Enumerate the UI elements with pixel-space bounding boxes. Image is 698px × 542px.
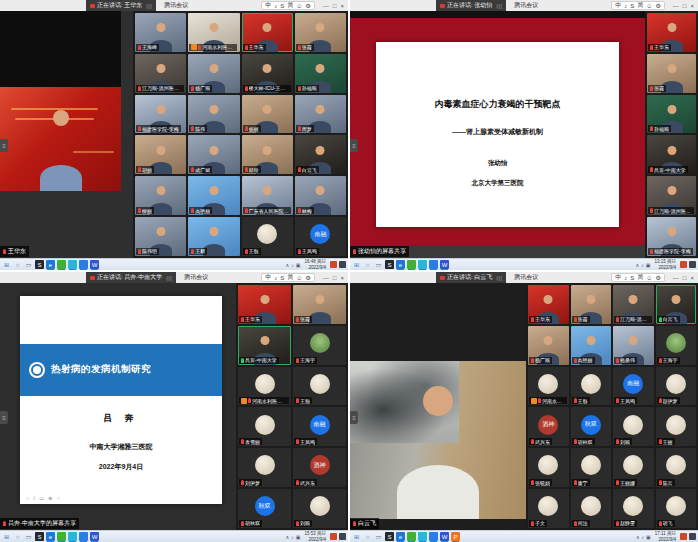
ime-music-icon[interactable]: ♪ xyxy=(274,3,277,9)
app-icon[interactable]: S xyxy=(35,532,44,541)
participant-tile[interactable]: 王海宇 xyxy=(656,326,697,365)
speaking-tab[interactable]: 正在讲话: 吕奔-中南大学((( xyxy=(86,272,176,283)
tray-icon[interactable]: ∧ xyxy=(286,262,290,268)
browser-icon[interactable]: e xyxy=(396,260,405,269)
minimize-button[interactable]: — xyxy=(323,3,329,9)
participant-tile[interactable]: 刘颖 xyxy=(293,489,346,528)
participant-tile[interactable]: 格桑伟 xyxy=(613,326,654,365)
participant-tile[interactable]: 陈伟 xyxy=(188,95,239,134)
participant-tile[interactable]: 孙福顺 xyxy=(647,95,696,134)
speaking-tab[interactable]: 正在讲话: 白云飞((( xyxy=(436,272,506,283)
speaking-tab[interactable]: 正在讲话: 王华东((( xyxy=(86,0,156,11)
start-button[interactable]: ⊞ xyxy=(2,260,11,269)
participant-tile[interactable]: 江万顺-温州医科大学 xyxy=(647,176,696,215)
action-center-icon[interactable] xyxy=(689,533,696,540)
ime-lang-icon[interactable]: 中 xyxy=(265,273,271,282)
word-icon[interactable]: W xyxy=(90,260,99,269)
participant-tile[interactable]: 河南水利医文热病诊疗中心 xyxy=(528,367,569,406)
app-icon[interactable]: S xyxy=(385,260,394,269)
participant-tile[interactable]: 林梅 xyxy=(295,176,346,215)
search-icon[interactable]: ○ xyxy=(13,532,22,541)
participant-tile[interactable]: 福建医学院-李梅 xyxy=(135,95,186,134)
word-icon[interactable]: W xyxy=(440,260,449,269)
app-icon[interactable] xyxy=(429,260,438,269)
participant-tile[interactable]: 南融王凤鸣 xyxy=(293,407,346,446)
close-button[interactable]: × xyxy=(690,3,694,9)
participant-tile[interactable]: 张霞 xyxy=(647,54,696,93)
participant-tile[interactable]: 赵伊梦 xyxy=(656,367,697,406)
participant-tile[interactable]: 江万顺-温州医科大学 xyxy=(613,285,654,324)
app-icon[interactable] xyxy=(57,260,66,269)
participant-tile[interactable]: 南融王凤鸣 xyxy=(613,367,654,406)
participant-tile[interactable]: 王丽 xyxy=(656,407,697,446)
maximize-button[interactable]: □ xyxy=(683,275,687,281)
participant-tile[interactable]: 康宁 xyxy=(571,448,612,487)
maximize-button[interactable]: □ xyxy=(333,275,337,281)
minimize-button[interactable]: — xyxy=(323,275,329,281)
side-panel-handle[interactable]: ≡ xyxy=(350,411,358,424)
participant-tile[interactable]: 王翦 xyxy=(293,367,346,406)
task-view-icon[interactable]: ▭ xyxy=(24,260,33,269)
participant-tile[interactable]: 王华东 xyxy=(242,13,293,52)
app-icon[interactable] xyxy=(429,532,438,541)
tray-icon[interactable]: ∧ xyxy=(636,262,640,268)
participant-tile[interactable]: 王华东 xyxy=(528,285,569,324)
ime-lang-icon[interactable]: 中 xyxy=(615,1,621,10)
minimize-button[interactable]: — xyxy=(673,275,679,281)
participant-tile[interactable]: 杨丽 xyxy=(242,95,293,134)
close-button[interactable]: × xyxy=(340,275,344,281)
app-tab-tencent-meeting[interactable]: 腾讯会议 xyxy=(506,0,546,11)
ime-s-icon[interactable]: S xyxy=(280,275,284,281)
maximize-button[interactable]: □ xyxy=(333,3,337,9)
ime-music-icon[interactable]: ♪ xyxy=(624,3,627,9)
close-button[interactable]: × xyxy=(690,275,694,281)
task-view-icon[interactable]: ▭ xyxy=(374,532,383,541)
participant-tile[interactable]: 袁雪丽 xyxy=(238,407,291,446)
tray-icon[interactable]: ♪ xyxy=(641,262,644,268)
ime-emoji-icon[interactable]: ☺ xyxy=(646,3,652,9)
participant-tile[interactable]: 江万顺-温州医科大学 xyxy=(135,54,186,93)
participant-tile[interactable]: 张霞 xyxy=(295,13,346,52)
app-icon[interactable] xyxy=(79,532,88,541)
participant-tile[interactable]: 孙福顺 xyxy=(295,54,346,93)
participant-tile[interactable]: 王华东 xyxy=(647,13,696,52)
app-tab-tencent-meeting[interactable]: 腾讯会议 xyxy=(176,272,216,283)
notification-badge[interactable] xyxy=(330,533,337,540)
start-button[interactable]: ⊞ xyxy=(352,532,361,541)
participant-tile[interactable]: 福建医学院-李梅 xyxy=(647,217,696,256)
tray-icon[interactable]: ∧ xyxy=(636,534,640,540)
ime-lang-icon[interactable]: 中 xyxy=(265,1,271,10)
participant-tile[interactable]: 张霞 xyxy=(571,285,612,324)
participant-tile[interactable]: 王麟 xyxy=(188,217,239,256)
ime-settings-icon[interactable]: ⚙ xyxy=(305,274,310,281)
ime-simplified-icon[interactable]: 简 xyxy=(287,1,293,10)
participant-tile[interactable]: 秋双胡秋双 xyxy=(571,407,612,446)
ime-simplified-icon[interactable]: 简 xyxy=(287,273,293,282)
taskbar-clock[interactable]: 13:15 周日2022/9/4 xyxy=(654,259,676,269)
participant-tile[interactable]: 王翦 xyxy=(242,217,293,256)
speaking-tab[interactable]: 正在讲话: 张幼怡((( xyxy=(436,0,506,11)
maximize-button[interactable]: □ xyxy=(683,3,687,9)
word-icon[interactable]: W xyxy=(90,532,99,541)
ime-emoji-icon[interactable]: ☺ xyxy=(296,3,302,9)
participant-tile[interactable]: 柳丽 xyxy=(135,176,186,215)
ime-settings-icon[interactable]: ⚙ xyxy=(655,274,660,281)
app-icon[interactable]: S xyxy=(35,260,44,269)
ime-emoji-icon[interactable]: ☺ xyxy=(646,275,652,281)
wps-icon[interactable]: P xyxy=(451,532,460,541)
participant-tile[interactable]: 刘颖 xyxy=(613,407,654,446)
participant-tile[interactable]: 吕奔-中南大学 xyxy=(647,135,696,174)
notification-badge[interactable] xyxy=(680,261,687,268)
participant-tile[interactable]: 杨广顺 xyxy=(188,54,239,93)
search-icon[interactable]: ○ xyxy=(363,260,372,269)
word-icon[interactable]: W xyxy=(440,532,449,541)
participant-tile[interactable]: 王华东 xyxy=(238,285,291,324)
action-center-icon[interactable] xyxy=(689,261,696,268)
taskbar-clock[interactable]: 15:53 周日2022/9/4 xyxy=(304,531,326,541)
participant-tile[interactable]: 刘伊梦 xyxy=(238,448,291,487)
participant-tile[interactable]: 高艳丽 xyxy=(188,176,239,215)
participant-tile[interactable]: 胡飞 xyxy=(656,489,697,528)
app-icon[interactable] xyxy=(407,532,416,541)
participant-tile[interactable]: 陈云 xyxy=(656,448,697,487)
taskbar-clock[interactable]: 17:11 周日2022/9/4 xyxy=(655,531,676,541)
